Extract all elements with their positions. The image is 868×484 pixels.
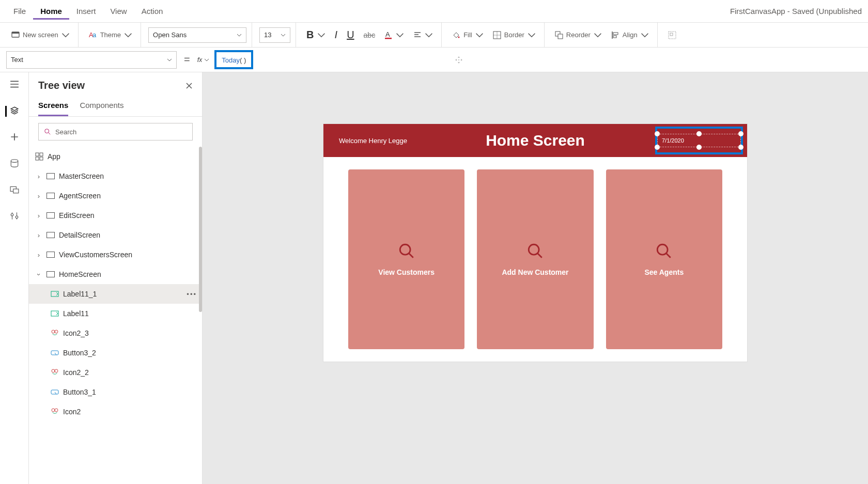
- tree-node-screen[interactable]: ›AgentScreen: [29, 186, 202, 206]
- fx-icon: fx: [197, 56, 203, 64]
- formula-parens: ( ): [240, 56, 246, 64]
- tree-node-control[interactable]: Button3_1: [29, 382, 202, 402]
- menu-action[interactable]: Action: [134, 3, 171, 20]
- tab-screens[interactable]: Screens: [38, 97, 68, 116]
- bold-button[interactable]: B: [303, 27, 328, 43]
- menu-home[interactable]: Home: [33, 3, 69, 20]
- tree-node-app[interactable]: App: [29, 147, 202, 166]
- tab-components[interactable]: Components: [80, 97, 123, 116]
- chevron-down-icon: ›: [35, 271, 43, 278]
- screen-icon: [47, 193, 55, 199]
- font-color-icon: A: [384, 31, 393, 39]
- tile-view-customers[interactable]: View Customers: [348, 169, 464, 349]
- reorder-button[interactable]: Reorder: [552, 29, 605, 41]
- tree-node-label: MasterScreen: [59, 172, 197, 180]
- border-button[interactable]: Border: [490, 29, 539, 41]
- tree-node-control[interactable]: Icon2: [29, 402, 202, 421]
- italic-button[interactable]: I: [332, 27, 341, 43]
- welcome-label: Welcome Henry Legge: [339, 137, 407, 145]
- strikethrough-button[interactable]: abc: [361, 29, 379, 41]
- resize-handle[interactable]: [738, 131, 743, 136]
- tree-node-screen[interactable]: ›ViewCustomersScreen: [29, 245, 202, 264]
- tree-node-screen[interactable]: ›MasterScreen: [29, 166, 202, 186]
- search-icon: [44, 128, 51, 135]
- rail-media[interactable]: [10, 185, 19, 196]
- tree-node-label: Label11_1: [63, 290, 182, 298]
- font-size-select[interactable]: 13: [259, 27, 290, 43]
- resize-handle[interactable]: [696, 131, 702, 136]
- formula-input[interactable]: Today( ): [214, 50, 253, 69]
- move-cursor-icon: [455, 56, 463, 64]
- rail-insert[interactable]: [10, 132, 19, 143]
- close-icon[interactable]: [185, 82, 193, 89]
- rail-data[interactable]: [10, 159, 19, 169]
- new-screen-button[interactable]: New screen: [8, 29, 73, 41]
- app-canvas[interactable]: Welcome Henry Legge Home Screen 7/1/2020: [323, 124, 747, 362]
- text-align-button[interactable]: [410, 29, 436, 41]
- tree-node-label: Label11: [63, 309, 197, 318]
- tree-scrollbar[interactable]: [199, 147, 202, 312]
- tree-search-input[interactable]: Search: [38, 123, 193, 140]
- tree-node-control[interactable]: Label11_1 •••: [29, 284, 202, 304]
- fill-button[interactable]: Fill: [449, 29, 487, 41]
- layers-icon: [10, 106, 19, 115]
- align-icon: [413, 31, 422, 39]
- date-value: 7/1/2020: [662, 137, 684, 144]
- svg-point-31: [55, 369, 58, 372]
- font-select[interactable]: Open Sans: [148, 27, 246, 43]
- resize-handle[interactable]: [738, 145, 743, 150]
- svg-point-33: [52, 409, 55, 412]
- tree-node-screen[interactable]: ›DetailScreen: [29, 225, 202, 245]
- icon-control-icon: [51, 368, 59, 377]
- property-select[interactable]: Text: [6, 51, 177, 69]
- theme-button[interactable]: Aa Theme: [86, 29, 135, 41]
- ribbon: New screen Aa Theme Open Sans 13 B I U a…: [0, 23, 868, 48]
- chevron-down-icon: [396, 31, 404, 39]
- tree-node-label: HomeScreen: [59, 270, 197, 278]
- tree-node-control[interactable]: Icon2_2: [29, 363, 202, 382]
- menu-view[interactable]: View: [103, 3, 134, 20]
- property-value: Text: [11, 56, 23, 64]
- more-icon[interactable]: •••: [187, 290, 197, 298]
- search-icon: [655, 242, 673, 260]
- resize-handle[interactable]: [655, 145, 660, 150]
- resize-handle[interactable]: [655, 131, 660, 136]
- canvas-area[interactable]: Welcome Henry Legge Home Screen 7/1/2020: [203, 72, 868, 484]
- font-value: Open Sans: [153, 31, 187, 39]
- chevron-right-icon: ›: [35, 251, 42, 259]
- chevron-down-icon: [237, 33, 242, 38]
- rail-advanced[interactable]: [10, 211, 19, 222]
- tile-label: See Agents: [644, 268, 684, 276]
- svg-rect-26: [51, 311, 58, 316]
- search-icon: [526, 242, 544, 260]
- menu-file[interactable]: File: [6, 3, 33, 20]
- resize-handle[interactable]: [696, 145, 702, 150]
- group-button[interactable]: [665, 29, 679, 41]
- svg-point-37: [658, 244, 668, 255]
- selected-date-label[interactable]: 7/1/2020: [655, 127, 743, 154]
- tree-node-screen-expanded[interactable]: ›HomeScreen: [29, 264, 202, 284]
- tree-node-control[interactable]: Label11: [29, 304, 202, 323]
- fx-button[interactable]: fx: [197, 56, 210, 64]
- svg-rect-24: [40, 157, 43, 160]
- theme-icon: Aa: [89, 31, 97, 39]
- rail-tree-view[interactable]: [5, 106, 19, 117]
- rail-hamburger[interactable]: [10, 80, 19, 90]
- align-button[interactable]: Align: [608, 29, 652, 41]
- svg-point-19: [16, 216, 18, 218]
- tree-node-control[interactable]: Button3_2: [29, 343, 202, 363]
- tree-node-label: Button3_1: [63, 388, 197, 396]
- tile-see-agents[interactable]: See Agents: [606, 169, 722, 349]
- tile-add-customer[interactable]: Add New Customer: [477, 169, 593, 349]
- underline-button[interactable]: U: [344, 27, 357, 43]
- chevron-down-icon: [641, 31, 649, 39]
- tree-node-control[interactable]: Icon2_3: [29, 323, 202, 343]
- screen-icon: [47, 271, 55, 277]
- font-color-button[interactable]: A: [381, 29, 407, 41]
- tree-node-screen[interactable]: ›EditScreen: [29, 206, 202, 225]
- menu-insert[interactable]: Insert: [69, 3, 103, 20]
- svg-text:A: A: [385, 31, 390, 38]
- svg-point-6: [458, 36, 460, 38]
- equals-sign: =: [182, 54, 192, 66]
- plus-icon: [10, 132, 19, 142]
